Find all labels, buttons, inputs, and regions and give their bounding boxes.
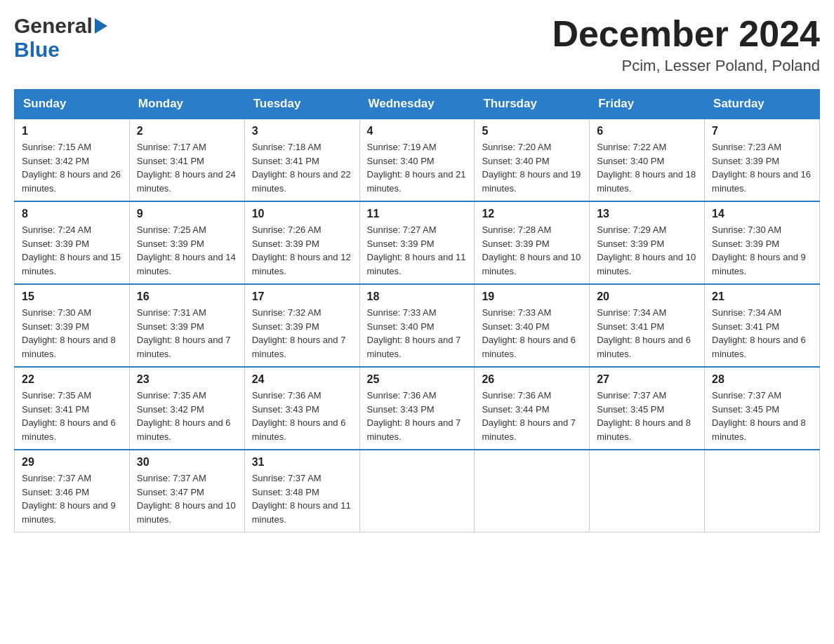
col-tuesday: Tuesday bbox=[244, 90, 359, 119]
week-row-2: 8 Sunrise: 7:24 AM Sunset: 3:39 PM Dayli… bbox=[15, 201, 820, 284]
day-info: Sunrise: 7:37 AM Sunset: 3:46 PM Dayligh… bbox=[22, 471, 122, 526]
day-number: 15 bbox=[22, 290, 122, 303]
calendar-cell: 21 Sunrise: 7:34 AM Sunset: 3:41 PM Dayl… bbox=[705, 284, 820, 367]
calendar-cell: 4 Sunrise: 7:19 AM Sunset: 3:40 PM Dayli… bbox=[359, 119, 475, 201]
location-title: Pcim, Lesser Poland, Poland bbox=[552, 57, 820, 75]
day-number: 18 bbox=[367, 290, 468, 303]
calendar-cell: 12 Sunrise: 7:28 AM Sunset: 3:39 PM Dayl… bbox=[475, 201, 590, 284]
calendar-cell: 15 Sunrise: 7:30 AM Sunset: 3:39 PM Dayl… bbox=[15, 284, 130, 367]
day-number: 19 bbox=[482, 290, 582, 303]
calendar-cell bbox=[359, 450, 475, 532]
day-number: 28 bbox=[712, 373, 812, 386]
day-number: 17 bbox=[252, 290, 352, 303]
day-info: Sunrise: 7:34 AM Sunset: 3:41 PM Dayligh… bbox=[597, 306, 697, 361]
day-info: Sunrise: 7:29 AM Sunset: 3:39 PM Dayligh… bbox=[597, 223, 697, 278]
day-info: Sunrise: 7:36 AM Sunset: 3:44 PM Dayligh… bbox=[482, 389, 582, 443]
day-number: 10 bbox=[252, 208, 352, 220]
calendar-cell: 23 Sunrise: 7:35 AM Sunset: 3:42 PM Dayl… bbox=[129, 367, 244, 450]
col-monday: Monday bbox=[129, 90, 244, 119]
day-number: 21 bbox=[712, 290, 812, 303]
week-row-1: 1 Sunrise: 7:15 AM Sunset: 3:42 PM Dayli… bbox=[15, 119, 820, 201]
day-info: Sunrise: 7:27 AM Sunset: 3:39 PM Dayligh… bbox=[367, 223, 468, 278]
calendar-cell: 19 Sunrise: 7:33 AM Sunset: 3:40 PM Dayl… bbox=[475, 284, 590, 367]
calendar-cell: 27 Sunrise: 7:37 AM Sunset: 3:45 PM Dayl… bbox=[590, 367, 705, 450]
day-number: 3 bbox=[252, 125, 352, 137]
calendar-cell: 17 Sunrise: 7:32 AM Sunset: 3:39 PM Dayl… bbox=[244, 284, 359, 367]
calendar-cell: 20 Sunrise: 7:34 AM Sunset: 3:41 PM Dayl… bbox=[590, 284, 705, 367]
day-number: 5 bbox=[482, 125, 582, 137]
month-title: December 2024 bbox=[552, 14, 820, 54]
week-row-4: 22 Sunrise: 7:35 AM Sunset: 3:41 PM Dayl… bbox=[15, 367, 820, 450]
day-number: 30 bbox=[137, 456, 237, 469]
logo-blue-text: Blue bbox=[14, 38, 60, 61]
col-friday: Friday bbox=[590, 90, 705, 119]
calendar-table: Sunday Monday Tuesday Wednesday Thursday… bbox=[14, 89, 820, 532]
day-info: Sunrise: 7:19 AM Sunset: 3:40 PM Dayligh… bbox=[367, 140, 468, 195]
day-info: Sunrise: 7:37 AM Sunset: 3:48 PM Dayligh… bbox=[252, 471, 352, 526]
calendar-cell: 2 Sunrise: 7:17 AM Sunset: 3:41 PM Dayli… bbox=[129, 119, 244, 201]
calendar-cell: 5 Sunrise: 7:20 AM Sunset: 3:40 PM Dayli… bbox=[475, 119, 590, 201]
logo: General Blue bbox=[14, 14, 107, 62]
week-row-3: 15 Sunrise: 7:30 AM Sunset: 3:39 PM Dayl… bbox=[15, 284, 820, 367]
day-number: 14 bbox=[712, 208, 812, 220]
week-row-5: 29 Sunrise: 7:37 AM Sunset: 3:46 PM Dayl… bbox=[15, 450, 820, 532]
day-number: 1 bbox=[22, 125, 122, 137]
day-number: 25 bbox=[367, 373, 468, 386]
calendar-cell: 31 Sunrise: 7:37 AM Sunset: 3:48 PM Dayl… bbox=[244, 450, 359, 532]
logo-general-text: General bbox=[14, 14, 93, 38]
calendar-cell: 30 Sunrise: 7:37 AM Sunset: 3:47 PM Dayl… bbox=[129, 450, 244, 532]
day-info: Sunrise: 7:26 AM Sunset: 3:39 PM Dayligh… bbox=[252, 223, 352, 278]
logo-triangle-icon bbox=[95, 18, 107, 34]
col-saturday: Saturday bbox=[705, 90, 820, 119]
page-header: General Blue December 2024 Pcim, Lesser … bbox=[14, 14, 820, 75]
col-wednesday: Wednesday bbox=[359, 90, 475, 119]
day-info: Sunrise: 7:37 AM Sunset: 3:47 PM Dayligh… bbox=[137, 471, 237, 526]
calendar-cell: 25 Sunrise: 7:36 AM Sunset: 3:43 PM Dayl… bbox=[359, 367, 475, 450]
day-number: 24 bbox=[252, 373, 352, 386]
calendar-cell: 3 Sunrise: 7:18 AM Sunset: 3:41 PM Dayli… bbox=[244, 119, 359, 201]
day-info: Sunrise: 7:37 AM Sunset: 3:45 PM Dayligh… bbox=[712, 389, 812, 443]
day-number: 23 bbox=[137, 373, 237, 386]
calendar-cell: 7 Sunrise: 7:23 AM Sunset: 3:39 PM Dayli… bbox=[705, 119, 820, 201]
day-number: 11 bbox=[367, 208, 468, 220]
calendar-cell: 11 Sunrise: 7:27 AM Sunset: 3:39 PM Dayl… bbox=[359, 201, 475, 284]
calendar-cell: 26 Sunrise: 7:36 AM Sunset: 3:44 PM Dayl… bbox=[475, 367, 590, 450]
day-info: Sunrise: 7:18 AM Sunset: 3:41 PM Dayligh… bbox=[252, 140, 352, 195]
day-number: 22 bbox=[22, 373, 122, 386]
calendar-cell: 16 Sunrise: 7:31 AM Sunset: 3:39 PM Dayl… bbox=[129, 284, 244, 367]
day-number: 29 bbox=[22, 456, 122, 469]
day-number: 13 bbox=[597, 208, 697, 220]
days-of-week-row: Sunday Monday Tuesday Wednesday Thursday… bbox=[15, 90, 820, 119]
day-info: Sunrise: 7:33 AM Sunset: 3:40 PM Dayligh… bbox=[367, 306, 468, 361]
day-number: 16 bbox=[137, 290, 237, 303]
calendar-cell: 14 Sunrise: 7:30 AM Sunset: 3:39 PM Dayl… bbox=[705, 201, 820, 284]
title-area: December 2024 Pcim, Lesser Poland, Polan… bbox=[552, 14, 820, 75]
day-info: Sunrise: 7:30 AM Sunset: 3:39 PM Dayligh… bbox=[712, 223, 812, 278]
day-info: Sunrise: 7:24 AM Sunset: 3:39 PM Dayligh… bbox=[22, 223, 122, 278]
calendar-cell: 1 Sunrise: 7:15 AM Sunset: 3:42 PM Dayli… bbox=[15, 119, 130, 201]
logo-line2: Blue bbox=[14, 38, 60, 62]
day-info: Sunrise: 7:15 AM Sunset: 3:42 PM Dayligh… bbox=[22, 140, 122, 195]
calendar-cell bbox=[590, 450, 705, 532]
day-number: 2 bbox=[137, 125, 237, 137]
day-info: Sunrise: 7:37 AM Sunset: 3:45 PM Dayligh… bbox=[597, 389, 697, 443]
calendar-cell: 29 Sunrise: 7:37 AM Sunset: 3:46 PM Dayl… bbox=[15, 450, 130, 532]
day-number: 26 bbox=[482, 373, 582, 386]
day-info: Sunrise: 7:34 AM Sunset: 3:41 PM Dayligh… bbox=[712, 306, 812, 361]
day-info: Sunrise: 7:25 AM Sunset: 3:39 PM Dayligh… bbox=[137, 223, 237, 278]
day-info: Sunrise: 7:33 AM Sunset: 3:40 PM Dayligh… bbox=[482, 306, 582, 361]
day-info: Sunrise: 7:36 AM Sunset: 3:43 PM Dayligh… bbox=[252, 389, 352, 443]
calendar-cell: 18 Sunrise: 7:33 AM Sunset: 3:40 PM Dayl… bbox=[359, 284, 475, 367]
calendar-cell: 28 Sunrise: 7:37 AM Sunset: 3:45 PM Dayl… bbox=[705, 367, 820, 450]
calendar-cell: 24 Sunrise: 7:36 AM Sunset: 3:43 PM Dayl… bbox=[244, 367, 359, 450]
day-number: 27 bbox=[597, 373, 697, 386]
calendar-cell bbox=[705, 450, 820, 532]
calendar-cell bbox=[475, 450, 590, 532]
calendar-cell: 10 Sunrise: 7:26 AM Sunset: 3:39 PM Dayl… bbox=[244, 201, 359, 284]
col-thursday: Thursday bbox=[475, 90, 590, 119]
day-info: Sunrise: 7:17 AM Sunset: 3:41 PM Dayligh… bbox=[137, 140, 237, 195]
day-info: Sunrise: 7:32 AM Sunset: 3:39 PM Dayligh… bbox=[252, 306, 352, 361]
calendar-cell: 6 Sunrise: 7:22 AM Sunset: 3:40 PM Dayli… bbox=[590, 119, 705, 201]
day-number: 4 bbox=[367, 125, 468, 137]
day-number: 8 bbox=[22, 208, 122, 220]
